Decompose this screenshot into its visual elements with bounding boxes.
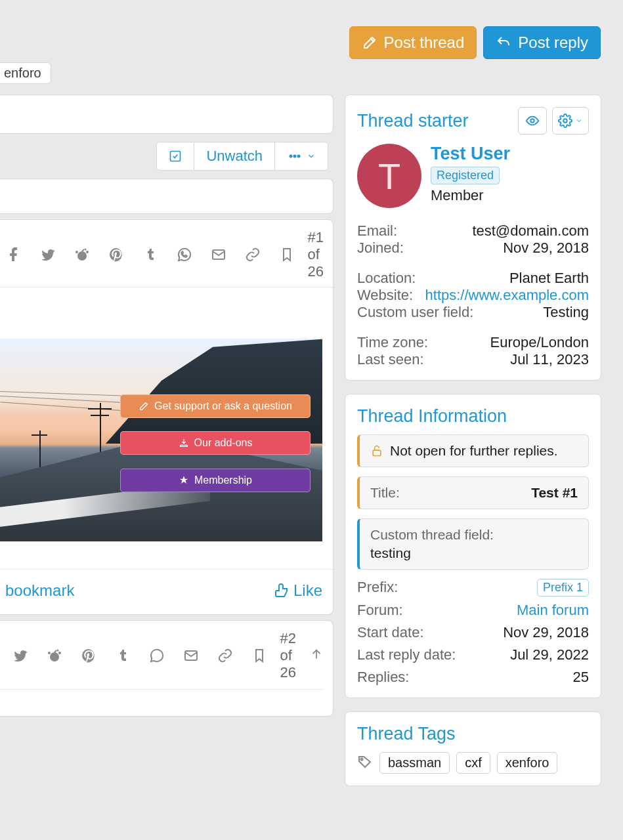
pencil-icon bbox=[139, 401, 149, 411]
whatsapp-icon[interactable] bbox=[149, 648, 165, 663]
banner-addons[interactable]: Our add-ons bbox=[120, 431, 311, 455]
check-square-icon bbox=[169, 148, 182, 164]
twitter-icon[interactable] bbox=[12, 648, 28, 663]
svg-point-17 bbox=[361, 758, 363, 760]
v: Nov 29, 2018 bbox=[503, 624, 589, 641]
email-icon[interactable] bbox=[183, 648, 199, 663]
tag[interactable]: cxf bbox=[456, 752, 490, 774]
svg-point-11 bbox=[48, 652, 51, 654]
svg-rect-16 bbox=[373, 450, 381, 455]
post-1: #1 of 26 Get support or ask a question O… bbox=[0, 219, 333, 615]
reddit-icon[interactable] bbox=[74, 247, 90, 262]
tumblr-icon[interactable] bbox=[142, 247, 158, 262]
v: 25 bbox=[573, 669, 589, 686]
tag[interactable]: xenforo bbox=[497, 752, 558, 774]
eye-icon bbox=[525, 114, 540, 128]
svg-rect-0 bbox=[171, 152, 181, 161]
svg-point-9 bbox=[50, 652, 59, 662]
caret-down-icon bbox=[307, 152, 316, 161]
like-label: Like bbox=[293, 581, 322, 600]
email-icon[interactable] bbox=[211, 247, 226, 262]
user-badge: Registered bbox=[431, 167, 500, 184]
banner-addons-label: Our add-ons bbox=[194, 437, 253, 449]
svg-point-4 bbox=[77, 251, 87, 261]
watch-button[interactable] bbox=[518, 107, 547, 135]
panel-title: Thread starter bbox=[357, 111, 469, 131]
svg-point-1 bbox=[290, 156, 292, 158]
svg-point-6 bbox=[75, 251, 78, 253]
v: Planet Earth bbox=[509, 270, 589, 287]
k: Last reply date: bbox=[357, 646, 456, 663]
k: Location: bbox=[357, 270, 416, 287]
more-menu-button[interactable] bbox=[274, 142, 328, 170]
whatsapp-icon[interactable] bbox=[177, 247, 192, 262]
tags-icon bbox=[357, 754, 373, 772]
pinterest-icon[interactable] bbox=[108, 247, 124, 262]
banner-support[interactable]: Get support or ask a question bbox=[120, 394, 311, 418]
select-button[interactable] bbox=[157, 142, 194, 170]
prefix-badge[interactable]: Prefix 1 bbox=[537, 579, 589, 597]
forum-link[interactable]: Main forum bbox=[517, 602, 589, 619]
caret-down-icon bbox=[575, 117, 583, 125]
reply-icon bbox=[496, 35, 511, 51]
bookmark-icon[interactable] bbox=[279, 247, 295, 262]
v: Europe/London bbox=[490, 334, 589, 351]
k: Start date: bbox=[357, 624, 424, 641]
gear-icon bbox=[558, 114, 572, 128]
post-reply-button[interactable]: Post reply bbox=[483, 26, 601, 59]
banner-support-label: Get support or ask a question bbox=[154, 400, 292, 412]
thread-toolbar: Unwatch bbox=[156, 142, 328, 171]
post-number-link[interactable]: #2 of 26 bbox=[280, 630, 296, 681]
bookmark-icon[interactable] bbox=[251, 648, 267, 663]
v: Nov 29, 2018 bbox=[503, 240, 589, 257]
twitter-icon[interactable] bbox=[40, 247, 56, 262]
website-link[interactable]: https://www.example.com bbox=[425, 287, 589, 304]
link-icon[interactable] bbox=[245, 247, 261, 262]
filter-row-placeholder bbox=[0, 178, 333, 214]
post-thread-button[interactable]: Post thread bbox=[349, 26, 477, 59]
link-icon[interactable] bbox=[217, 648, 233, 663]
banner-membership-label: Membership bbox=[194, 474, 252, 486]
locked-text: Not open for further replies. bbox=[390, 443, 558, 459]
thread-info-panel: Thread Information Not open for further … bbox=[345, 394, 601, 698]
star-icon bbox=[179, 475, 189, 486]
v: Test #1 bbox=[531, 485, 578, 501]
k: Email: bbox=[357, 222, 397, 240]
post-reply-label: Post reply bbox=[518, 33, 588, 52]
post-thread-label: Post thread bbox=[384, 33, 465, 52]
k: Last seen: bbox=[357, 351, 424, 368]
facebook-icon[interactable] bbox=[6, 247, 22, 262]
tag-chip[interactable]: enforo bbox=[0, 62, 51, 84]
avatar[interactable]: T bbox=[357, 144, 421, 208]
user-name-link[interactable]: Test User bbox=[431, 144, 510, 164]
settings-menu-button[interactable] bbox=[552, 107, 589, 135]
tag[interactable]: bassman bbox=[379, 752, 450, 774]
unwatch-button[interactable]: Unwatch bbox=[194, 142, 274, 170]
bookmark-link[interactable]: bookmark bbox=[5, 581, 74, 600]
svg-point-10 bbox=[58, 652, 61, 654]
post-image: Get support or ask a question Our add-on… bbox=[0, 339, 322, 541]
k: Custom user field: bbox=[357, 304, 473, 321]
banner-membership[interactable]: Membership bbox=[120, 469, 311, 492]
v: Testing bbox=[543, 304, 589, 321]
svg-point-7 bbox=[84, 249, 86, 251]
k: Title: bbox=[370, 485, 400, 501]
post-number-link[interactable]: #1 of 26 bbox=[308, 229, 324, 280]
reddit-icon[interactable] bbox=[47, 648, 62, 663]
panel-title: Thread Tags bbox=[357, 724, 589, 744]
user-role: Member bbox=[431, 187, 510, 204]
download-icon bbox=[179, 438, 189, 448]
svg-point-5 bbox=[86, 251, 89, 253]
scroll-up-icon[interactable] bbox=[309, 647, 324, 664]
svg-point-3 bbox=[298, 156, 300, 158]
locked-notice: Not open for further replies. bbox=[357, 434, 589, 467]
more-icon bbox=[287, 148, 303, 164]
v: testing bbox=[370, 545, 578, 561]
tumblr-icon[interactable] bbox=[115, 648, 131, 663]
k: Time zone: bbox=[357, 334, 428, 351]
thread-tags-panel: Thread Tags bassman cxf xenforo bbox=[345, 711, 601, 786]
like-button[interactable]: Like bbox=[274, 581, 322, 600]
pinterest-icon[interactable] bbox=[81, 648, 97, 663]
thread-header-placeholder bbox=[0, 94, 333, 134]
thread-title-field: Title: Test #1 bbox=[357, 476, 589, 509]
